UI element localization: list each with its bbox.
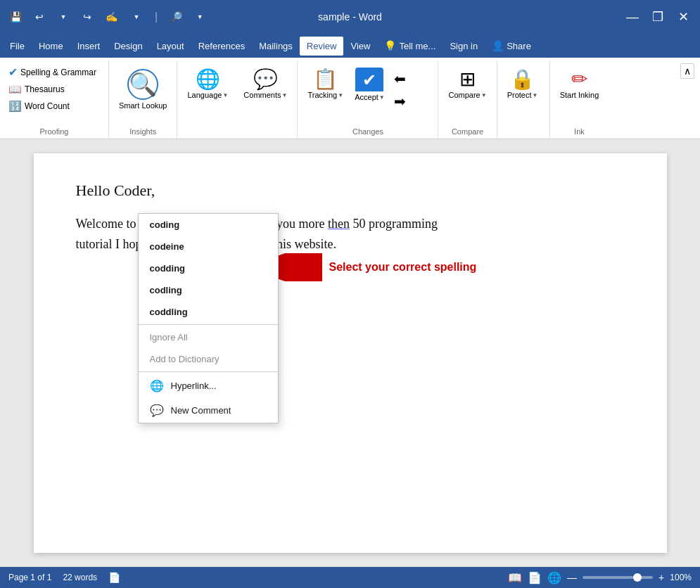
changes-nav-group: ⬅ ➡ [390, 65, 409, 114]
quick-access-toolbar: 💾 ↩ ▼ ↪ ✍ ▼ | 🔎 ▼ [6, 7, 210, 27]
menu-review[interactable]: Review [300, 37, 344, 56]
compare-label: Compare [443, 126, 492, 139]
context-menu: coding codeine codding codling coddling … [138, 213, 279, 423]
smart-lookup-button[interactable]: 🔍 Smart Lookup [113, 66, 172, 113]
web-layout-icon[interactable]: 🌐 [547, 571, 561, 584]
close-button[interactable]: ✕ [672, 6, 694, 28]
zoom-slider[interactable] [583, 576, 653, 579]
annotation-text: Select your correct spelling [329, 261, 477, 274]
lightbulb-icon: 💡 [384, 40, 396, 51]
read-mode-icon[interactable]: 📖 [508, 571, 522, 584]
ctx-spell-coddling[interactable]: coddling [139, 301, 278, 323]
ribbon-group-compare: ⊞ Compare ▼ Compare [438, 60, 497, 139]
hyperlink-icon: 🌐 [150, 379, 164, 392]
menu-mailings[interactable]: Mailings [252, 37, 300, 56]
menu-signin[interactable]: Sign in [443, 37, 485, 56]
ctx-separator-1 [139, 324, 278, 325]
spelling-grammar-button[interactable]: ✔ Spelling & Grammar [4, 63, 101, 81]
menu-view[interactable]: View [343, 37, 377, 56]
menu-tellme[interactable]: 💡 Tell me... [377, 36, 443, 56]
tracking-dropdown-arrow: ▼ [338, 92, 343, 98]
ctx-new-comment[interactable]: 💬 New Comment [139, 398, 278, 423]
window-controls: — ❐ ✕ [621, 6, 694, 28]
ribbon-collapse-area: ∧ [680, 60, 700, 139]
undo-dropdown[interactable]: ▼ [53, 7, 73, 27]
maximize-button[interactable]: ❐ [647, 6, 669, 28]
zoom-in-icon[interactable]: + [658, 572, 664, 583]
then-word: then [328, 217, 350, 231]
zoom-level[interactable]: 100% [670, 573, 692, 582]
menu-share[interactable]: 👤 Share [485, 36, 538, 56]
window-title: sample - Word [318, 11, 382, 23]
insights-label: Insights [113, 126, 172, 139]
word-count-status[interactable]: 22 words [63, 573, 97, 582]
prev-change-button[interactable]: ⬅ [390, 68, 409, 89]
compare-icon: ⊞ [459, 68, 476, 91]
menu-file[interactable]: File [3, 37, 32, 56]
redo-button[interactable]: ↪ [77, 7, 97, 27]
status-bar: Page 1 of 1 22 words 📄 📖 📄 🌐 — + 100% [0, 567, 700, 588]
ctx-spell-codding[interactable]: codding [139, 257, 278, 279]
ribbon-group-protect: 🔒 Protect ▼ [497, 60, 550, 139]
thesaurus-button[interactable]: 📖 Thesaurus [4, 81, 101, 98]
menu-insert[interactable]: Insert [70, 37, 108, 56]
menu-bar: File Home Insert Design Layout Reference… [0, 34, 700, 58]
ctx-ignore-all[interactable]: Ignore All [139, 326, 278, 348]
document-page[interactable]: Hello Coder, Welcome to sitesbay this we… [34, 153, 667, 553]
save-button[interactable]: 💾 [6, 7, 25, 27]
protect-arrow-icon: ▼ [533, 92, 538, 98]
wordcount-icon: 🔢 [8, 100, 22, 113]
ink-label: Ink [554, 126, 605, 139]
language-icon: 🌐 [196, 68, 220, 91]
comment-icon: 💬 [150, 404, 164, 417]
compare-arrow-icon: ▼ [481, 92, 487, 98]
undo-button[interactable]: ↩ [30, 7, 49, 27]
zoom-slider-container[interactable] [583, 576, 653, 579]
compare-button[interactable]: ⊞ Compare ▼ [443, 65, 492, 102]
ctx-spell-codling[interactable]: codling [139, 279, 278, 301]
language-button[interactable]: 🌐 Language ▼ [182, 65, 234, 102]
minimize-button[interactable]: — [621, 6, 644, 28]
share-icon: 👤 [492, 40, 504, 51]
ribbon-collapse-button[interactable]: ∧ [680, 63, 694, 79]
status-right: 📖 📄 🌐 — + 100% [508, 571, 692, 584]
comments-button[interactable]: 💬 Comments ▼ [238, 65, 293, 102]
zoom-out-icon[interactable]: — [567, 572, 577, 583]
tracking-button[interactable]: 📋 Tracking ▼ [302, 65, 349, 102]
ribbon: ✔ Spelling & Grammar 📖 Thesaurus 🔢 Word … [0, 58, 700, 139]
accept-button[interactable]: ✔ [355, 68, 383, 91]
menu-home[interactable]: Home [32, 37, 70, 56]
ctx-hyperlink[interactable]: 🌐 Hyperlink... [139, 373, 278, 398]
tracking-icon: 📋 [313, 68, 338, 91]
checkmark-icon: ✔ [8, 65, 18, 79]
page-info[interactable]: Page 1 of 1 [8, 573, 51, 582]
ctx-spell-coding[interactable]: coding [139, 214, 278, 236]
menu-references[interactable]: References [191, 37, 252, 56]
print-layout-icon[interactable]: 📄 [528, 571, 542, 584]
paragraph-heading: Hello Coder, [76, 181, 625, 200]
document-area: Hello Coder, Welcome to sitesbay this we… [0, 139, 700, 567]
customize-qat-button2[interactable]: ▼ [190, 7, 210, 27]
menu-design[interactable]: Design [107, 37, 149, 56]
accept-dropdown[interactable]: Accept ▼ [352, 91, 388, 103]
accept-icon: ✔ [362, 70, 376, 90]
ribbon-group-language-comments: 🌐 Language ▼ 💬 Comments ▼ [177, 60, 298, 139]
start-inking-button[interactable]: ✏ Start Inking [554, 65, 605, 102]
word-count-button[interactable]: 🔢 Word Count [4, 98, 101, 115]
print-preview-button[interactable]: 🔎 [166, 7, 186, 27]
ctx-add-dictionary[interactable]: Add to Dictionary [139, 348, 278, 370]
changes-label: Changes [302, 126, 433, 139]
next-change-button[interactable]: ➡ [390, 91, 409, 112]
accept-arrow-icon: ▼ [379, 94, 385, 101]
touch-button[interactable]: ✍ [101, 7, 121, 27]
proofing-icon[interactable]: 📄 [108, 572, 120, 583]
protect-button[interactable]: 🔒 Protect ▼ [502, 65, 544, 102]
comments-icon: 💬 [253, 68, 278, 91]
zoom-slider-thumb[interactable] [633, 573, 642, 582]
customize-qat-button[interactable]: ▼ [127, 7, 146, 27]
protect-label [502, 134, 545, 139]
ctx-spell-codeine[interactable]: codeine [139, 236, 278, 257]
thesaurus-icon: 📖 [8, 83, 22, 96]
menu-layout[interactable]: Layout [150, 37, 191, 56]
ribbon-group-ink: ✏ Start Inking Ink [550, 60, 609, 139]
